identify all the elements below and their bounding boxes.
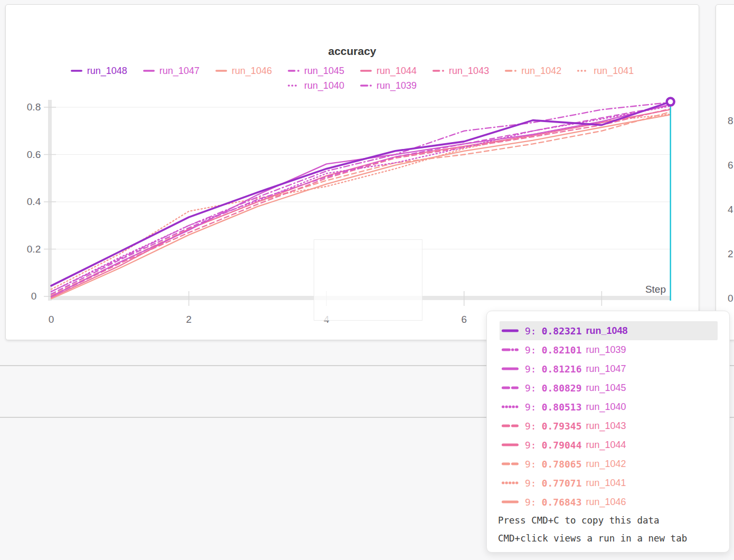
tooltip-hint-copy: Press CMD+C to copy this data <box>487 511 729 529</box>
tooltip-value: 0.79345 <box>542 421 582 432</box>
tooltip-swatch-run_1042 <box>502 461 519 466</box>
tooltip-run-name: run_1044 <box>586 440 626 451</box>
tooltip-hint-open: CMD+click views a run in a new tab <box>487 529 729 547</box>
tooltip-step: 9: <box>525 382 537 394</box>
y-tick-label: 0.8 <box>22 101 46 113</box>
adjacent-y-tick-label: 2 <box>728 248 734 260</box>
y-axis-line <box>48 100 52 301</box>
adjacent-y-tick-label: 8 <box>728 115 734 127</box>
tooltip-run-name: run_1043 <box>586 421 626 432</box>
y-tick-label: 0.6 <box>22 149 46 161</box>
tooltip-value: 0.81216 <box>542 363 582 375</box>
adjacent-y-tick-label: 6 <box>728 160 734 171</box>
y-tick-label: 0.4 <box>22 196 46 208</box>
tooltip-row-run_1039[interactable]: 9:0.82101run_1039 <box>487 340 729 359</box>
tooltip-step: 9: <box>525 440 537 451</box>
tooltip-swatch-run_1046 <box>502 499 519 505</box>
tooltip-value: 0.78065 <box>542 459 582 470</box>
tooltip-value: 0.80513 <box>542 402 582 413</box>
selection-overlay-box <box>314 239 422 321</box>
chart-panel-accuracy: accuracy run_1048run_1047run_1046run_104… <box>5 4 699 340</box>
tooltip-step: 9: <box>525 478 537 489</box>
tooltip-step: 9: <box>525 421 537 432</box>
tooltip-step: 9: <box>525 497 537 508</box>
tooltip-swatch-run_1045 <box>502 385 519 390</box>
tooltip-row-run_1041[interactable]: 9:0.77071run_1041 <box>487 473 729 492</box>
tooltip-step: 9: <box>525 325 537 337</box>
tooltip-row-run_1048[interactable]: 9:0.82321run_1048 <box>500 321 718 340</box>
adjacent-y-tick-label: 0 <box>728 293 734 304</box>
chart-tooltip: 9:0.82321run_10489:0.82101run_10399:0.81… <box>486 311 730 553</box>
x-axis-title: Step <box>613 284 666 295</box>
tooltip-swatch-run_1039 <box>502 347 519 352</box>
tooltip-row-run_1040[interactable]: 9:0.80513run_1040 <box>487 397 729 416</box>
highlight-point-marker[interactable] <box>667 98 674 106</box>
tooltip-value: 0.79044 <box>542 440 582 451</box>
tooltip-row-run_1044[interactable]: 9:0.79044run_1044 <box>487 435 729 454</box>
x-tick-label: 2 <box>178 314 200 325</box>
tooltip-run-name: run_1042 <box>586 459 626 470</box>
tooltip-swatch-run_1040 <box>502 404 519 409</box>
tooltip-value: 0.82321 <box>542 325 582 337</box>
tooltip-step: 9: <box>525 363 537 375</box>
tooltip-run-name: run_1047 <box>586 363 626 375</box>
tooltip-run-name: run_1041 <box>586 478 626 489</box>
tooltip-value: 0.76843 <box>542 497 582 508</box>
x-tick-label: 6 <box>454 314 475 325</box>
adjacent-chart-panel: 86420 <box>716 4 734 340</box>
tooltip-run-name: run_1048 <box>586 325 628 337</box>
tooltip-step: 9: <box>525 402 537 413</box>
tooltip-run-name: run_1040 <box>586 402 626 413</box>
tooltip-row-run_1043[interactable]: 9:0.79345run_1043 <box>487 416 729 435</box>
tooltip-swatch-run_1047 <box>502 366 519 371</box>
tooltip-step: 9: <box>525 459 537 470</box>
tooltip-swatch-run_1048 <box>502 328 519 333</box>
tooltip-swatch-run_1044 <box>502 442 519 447</box>
tooltip-row-run_1047[interactable]: 9:0.81216run_1047 <box>487 359 729 378</box>
tooltip-swatch-run_1043 <box>502 423 519 428</box>
tooltip-value: 0.80829 <box>542 382 582 394</box>
tooltip-run-name: run_1046 <box>586 497 626 508</box>
y-tick-label: 0.2 <box>22 244 46 255</box>
tooltip-value: 0.77071 <box>542 478 582 489</box>
tooltip-run-name: run_1045 <box>586 382 626 394</box>
tooltip-swatch-run_1041 <box>502 480 519 486</box>
x-tick-label: 0 <box>41 314 62 325</box>
tooltip-step: 9: <box>525 344 537 356</box>
tooltip-row-run_1042[interactable]: 9:0.78065run_1042 <box>487 454 729 473</box>
adjacent-y-tick-label: 4 <box>728 204 734 216</box>
tooltip-value: 0.82101 <box>542 344 582 356</box>
tooltip-row-run_1045[interactable]: 9:0.80829run_1045 <box>487 378 729 397</box>
y-tick-label: 0 <box>22 291 46 302</box>
tooltip-row-run_1046[interactable]: 9:0.76843run_1046 <box>487 492 729 511</box>
tooltip-run-name: run_1039 <box>586 344 626 356</box>
